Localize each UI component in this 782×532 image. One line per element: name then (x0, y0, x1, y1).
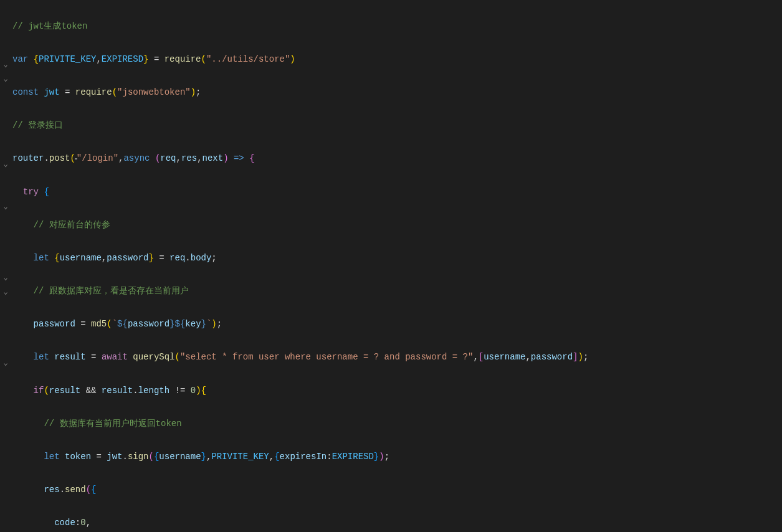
fold-marker[interactable] (0, 186, 11, 200)
fold-marker[interactable] (0, 413, 11, 427)
comment: // jwt生成token (12, 18, 87, 35)
code-line[interactable]: code:0, (12, 515, 782, 531)
fold-marker[interactable] (0, 257, 11, 271)
fold-marker[interactable] (0, 328, 11, 342)
fold-marker[interactable] (0, 172, 11, 186)
code-line[interactable]: // 数据库有当前用户时返回token (12, 416, 782, 432)
fold-gutter: ⌄ ⌄ ⌄ ⌄ ⌄ ⌄ ⌄ (0, 1, 11, 532)
fold-marker[interactable] (0, 300, 11, 314)
code-content[interactable]: // jwt生成token var {PRIVITE_KEY,EXPIRESD}… (11, 1, 782, 532)
fold-marker[interactable] (0, 399, 11, 413)
fold-marker[interactable]: ⌄ (0, 200, 11, 214)
fold-marker[interactable] (0, 16, 11, 30)
fold-marker[interactable] (0, 101, 11, 115)
fold-marker[interactable] (0, 342, 11, 356)
code-line[interactable]: password = md5(`${password}${key}`); (12, 316, 782, 333)
fold-marker[interactable] (0, 385, 11, 399)
code-editor: ⌄ ⌄ ⌄ ⌄ ⌄ ⌄ ⌄ // jwt生成token var {PRIVITE… (0, 0, 782, 532)
fold-marker[interactable] (0, 87, 11, 101)
fold-marker[interactable]: ⌄ (0, 356, 11, 371)
code-line[interactable]: var {PRIVITE_KEY,EXPIRESD} = require("..… (12, 51, 782, 68)
code-line[interactable]: if(result && result.length != 0){ (12, 382, 782, 399)
fold-marker[interactable] (0, 371, 11, 385)
code-line[interactable]: // 对应前台的传参 (12, 217, 782, 234)
fold-marker[interactable] (0, 143, 11, 158)
fold-marker[interactable]: ⌄ (0, 271, 11, 285)
fold-marker[interactable]: ⌄ (0, 58, 11, 72)
fold-marker[interactable]: ⌄ (0, 158, 11, 172)
fold-marker[interactable] (0, 243, 11, 257)
code-line[interactable]: const jwt = require("jsonwebtoken"); (12, 84, 782, 101)
code-line[interactable]: try { (12, 184, 782, 201)
code-line[interactable]: let {username,password} = req.body; (12, 250, 782, 267)
code-line[interactable]: // jwt生成token (12, 18, 782, 35)
fold-marker[interactable]: ⌄ (0, 72, 11, 87)
fold-marker[interactable] (0, 44, 11, 58)
fold-marker[interactable] (0, 30, 11, 44)
code-line[interactable]: router.post("/login",async (req,res,next… (12, 150, 782, 167)
fold-marker[interactable] (0, 129, 11, 143)
code-line[interactable]: // 跟数据库对应，看是否存在当前用户 (12, 283, 782, 300)
fold-marker[interactable]: ⌄ (0, 285, 11, 300)
code-line[interactable]: let result = await querySql("select * fr… (12, 349, 782, 366)
code-line[interactable]: // 登录接口 (12, 117, 782, 134)
fold-marker[interactable] (0, 229, 11, 243)
fold-marker[interactable] (0, 115, 11, 129)
code-line[interactable]: res.send({ (12, 482, 782, 498)
fold-marker[interactable] (0, 427, 11, 442)
fold-marker[interactable] (0, 314, 11, 328)
fold-marker[interactable] (0, 214, 11, 229)
code-line[interactable]: let token = jwt.sign({username},PRIVITE_… (12, 449, 782, 465)
fold-marker[interactable] (0, 1, 11, 16)
